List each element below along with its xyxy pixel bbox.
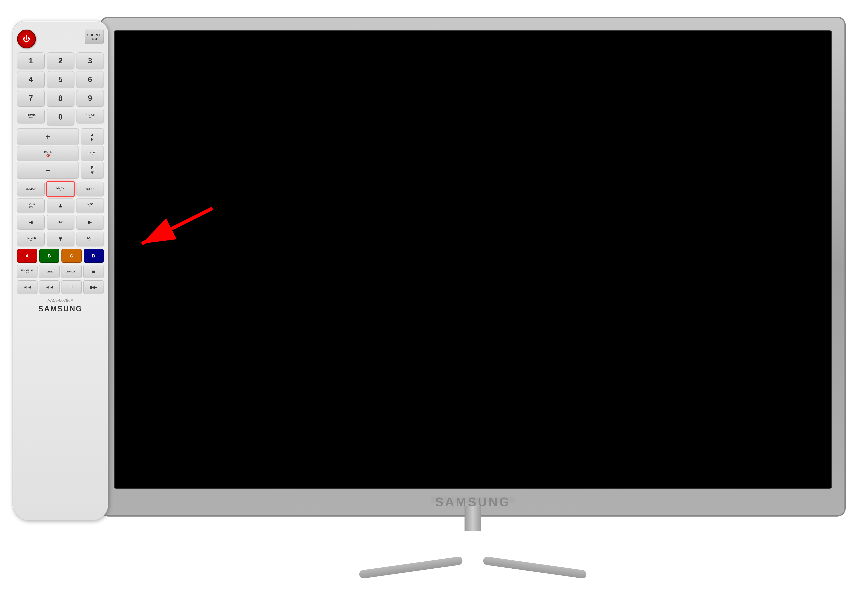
rewind-icon: ◄◄	[45, 285, 54, 290]
prech-icon: ↺	[89, 117, 91, 119]
volume-block: + MUTE 🔇 −	[17, 128, 79, 179]
guide-button[interactable]: GUIDE	[76, 182, 104, 196]
color-d-label: D	[92, 253, 96, 259]
stop-button[interactable]: ■	[83, 265, 104, 278]
btn-2[interactable]: 2	[47, 52, 74, 69]
up-arrow-icon: ▲	[57, 202, 63, 209]
stop-icon: ■	[92, 269, 95, 275]
remote: ⏻ SOURCE ⊞⊟ 1 2 3 4 5 6 7 8 9 TTI/MIX ⊞⊟…	[12, 21, 108, 521]
number-grid: 1 2 3 4 5 6 7 8 9	[17, 52, 104, 107]
special-row: TTI/MIX ⊞⊟ 0 PRE-CH ↺	[17, 109, 104, 126]
color-d-button[interactable]: D	[84, 249, 104, 263]
power-button[interactable]: ⏻	[17, 30, 36, 48]
channel-block: ▲ P CH LIST ≡ P ▼	[81, 128, 104, 179]
playback-row: ◄◄ ◄◄ ⏸ ▶▶	[17, 280, 104, 294]
up-button[interactable]: ▲	[47, 198, 74, 213]
adsubt-label: AD/SUBT	[66, 271, 77, 273]
guide-label: GUIDE	[86, 187, 94, 191]
pause-button[interactable]: ⏸	[61, 280, 82, 294]
left-arrow-icon: ◄	[28, 219, 34, 226]
prech-button[interactable]: PRE-CH ↺	[76, 109, 104, 123]
stand-base-left	[359, 556, 463, 579]
tv-screen	[114, 30, 832, 489]
right-button[interactable]: ►	[76, 215, 104, 230]
btn-9[interactable]: 9	[76, 90, 104, 107]
info-label: INFO	[87, 203, 93, 206]
stand-neck	[465, 506, 481, 531]
adsubt-button[interactable]: AD/SUBT	[61, 265, 82, 278]
pause-icon: ⏸	[69, 285, 73, 290]
mute-button[interactable]: MUTE 🔇	[17, 146, 79, 161]
menu-label: MENU	[57, 186, 64, 189]
scene: SAMSUNG ⏻ SOURCE ⊞⊟ 1 2 3 4 5 6 7 8	[0, 0, 868, 598]
color-a-label: A	[25, 253, 29, 259]
vol-down-button[interactable]: −	[17, 162, 79, 179]
btn-0[interactable]: 0	[47, 109, 74, 126]
btn-7[interactable]: 7	[17, 90, 45, 107]
info-button[interactable]: INFO ⓘ	[76, 198, 104, 213]
down-arrow-icon: ▼	[57, 236, 63, 242]
p-down-button[interactable]: P ▼	[81, 162, 104, 179]
remote-top-row: ⏻ SOURCE ⊞⊟	[17, 30, 104, 48]
p-up-label: P	[91, 137, 94, 142]
mediap-button[interactable]: MEDIA.P	[17, 182, 45, 196]
return-center-icon: ↩	[58, 219, 63, 225]
back-button[interactable]: ◄◄	[17, 280, 37, 294]
return-center-button[interactable]: ↩	[47, 215, 74, 230]
btn-8[interactable]: 8	[47, 90, 74, 107]
emanual-button[interactable]: E-MANUAL ◄◄	[17, 265, 37, 278]
psize-button[interactable]: P.SIZE	[39, 265, 60, 278]
chlist-icon: ≡	[92, 154, 93, 156]
left-button[interactable]: ◄	[17, 215, 45, 230]
tv-body: SAMSUNG	[100, 16, 846, 517]
ttimix-label: TTI/MIX	[26, 113, 36, 117]
btn-5[interactable]: 5	[47, 71, 74, 88]
btn-6[interactable]: 6	[76, 71, 104, 88]
right-arrow-icon: ►	[87, 219, 93, 226]
color-c-label: C	[70, 253, 73, 259]
ch-list-button[interactable]: CH LIST ≡	[81, 146, 104, 161]
exit-icon: ←	[89, 239, 91, 242]
color-buttons-row: A B C D	[17, 249, 104, 263]
nav-row: ◄ ↩ ►	[17, 215, 104, 230]
vol-up-button[interactable]: +	[17, 128, 79, 145]
vol-ch-section: + MUTE 🔇 − ▲ P CH LIST ≡ P	[17, 128, 104, 179]
remote-model: AA59-00796A	[48, 298, 73, 303]
ttimix-button[interactable]: TTI/MIX ⊞⊟	[17, 109, 45, 123]
exit-button[interactable]: EXIT ←	[76, 232, 104, 246]
stand-base-right	[483, 556, 587, 579]
return-icon: ↩	[30, 239, 32, 242]
p-up-button[interactable]: ▲ P	[81, 128, 104, 145]
p-down-label: P	[91, 166, 94, 170]
source-icon: ⊞⊟	[92, 37, 97, 40]
media-menu-guide-row: MEDIA.P MENU ≡ GUIDE	[17, 182, 104, 196]
color-b-label: B	[48, 253, 51, 259]
down-button[interactable]: ▼	[47, 232, 74, 246]
svg-line-1	[142, 208, 212, 244]
color-c-button[interactable]: C	[61, 249, 82, 263]
btn-4[interactable]: 4	[17, 71, 45, 88]
tools-button[interactable]: toOLS ⊞⊟	[17, 198, 45, 213]
function-row: E-MANUAL ◄◄ P.SIZE AD/SUBT ■	[17, 265, 104, 278]
tools-up-info-row: toOLS ⊞⊟ ▲ INFO ⓘ	[17, 198, 104, 213]
tv-container: SAMSUNG	[100, 16, 846, 569]
menu-button[interactable]: MENU ≡	[47, 182, 74, 196]
color-b-button[interactable]: B	[39, 249, 60, 263]
color-a-button[interactable]: A	[17, 249, 37, 263]
psize-label: P.SIZE	[46, 271, 53, 273]
tools-icon: ⊞⊟	[29, 206, 33, 208]
mute-icon: 🔇	[46, 154, 50, 157]
btn-3[interactable]: 3	[76, 52, 104, 69]
rewind-button[interactable]: ◄◄	[39, 280, 60, 294]
btn-1[interactable]: 1	[17, 52, 45, 69]
emanual-icon: ◄◄	[25, 272, 29, 274]
source-button[interactable]: SOURCE ⊞⊟	[85, 30, 104, 44]
mute-label: MUTE	[44, 150, 52, 154]
fastforward-button[interactable]: ▶▶	[83, 280, 104, 294]
return-button[interactable]: RETURN ↩	[17, 232, 45, 246]
ttimix-icon: ⊞⊟	[29, 117, 33, 119]
arrow-svg	[104, 198, 219, 260]
exit-label: EXIT	[87, 236, 93, 239]
back-icon: ◄◄	[23, 285, 31, 290]
return-label: RETURN	[25, 236, 36, 239]
